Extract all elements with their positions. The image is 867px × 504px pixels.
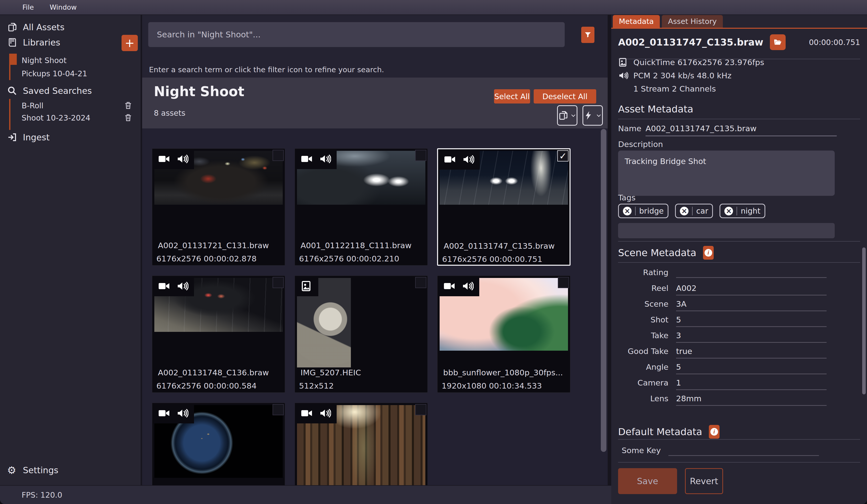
asset-card[interactable]: A001_01122118_C111.braw 6176x2576 00:00:… bbox=[295, 148, 428, 266]
speaker-icon bbox=[461, 280, 474, 292]
scene-metadata-info-button[interactable]: i bbox=[703, 246, 714, 260]
deselect-all-button[interactable]: Deselect All bbox=[534, 89, 596, 104]
description-input[interactable]: Tracking Bridge Shot bbox=[618, 151, 835, 196]
video-camera-icon bbox=[158, 280, 170, 292]
remove-tag-icon[interactable]: × bbox=[724, 207, 733, 215]
status-bar: FPS: 120.0 bbox=[0, 485, 611, 504]
sidebar-item-saved-searches[interactable]: Saved Searches bbox=[0, 84, 141, 97]
add-library-button[interactable]: + bbox=[121, 35, 138, 51]
metadata-field-row: Good Take true bbox=[618, 344, 835, 360]
search-input[interactable] bbox=[148, 22, 565, 47]
trash-icon[interactable] bbox=[124, 100, 133, 111]
asset-card[interactable] bbox=[152, 403, 285, 485]
asset-card[interactable]: IMG_5207.HEIC 512x512 bbox=[295, 276, 428, 393]
field-value-input[interactable]: 3 bbox=[676, 331, 826, 343]
asset-card[interactable]: A002_01131748_C136.braw 6176x2576 00:00:… bbox=[152, 276, 285, 393]
asset-filename: A002_01131748_C136.braw bbox=[158, 368, 269, 377]
select-checkbox[interactable] bbox=[415, 404, 426, 415]
tag-chip[interactable]: × night bbox=[719, 204, 765, 218]
chevron-down-icon bbox=[570, 112, 576, 118]
field-value-input[interactable]: 5 bbox=[676, 362, 826, 374]
copy-dropdown-button[interactable] bbox=[557, 105, 577, 126]
saved-search-name: B-Roll bbox=[22, 101, 43, 110]
lightning-icon bbox=[584, 110, 594, 120]
select-checkbox[interactable] bbox=[415, 150, 426, 161]
select-checkbox[interactable] bbox=[272, 150, 284, 161]
asset-info: 6176x2576 00:00:00.584 bbox=[156, 381, 257, 390]
sidebar-library-item[interactable]: Pickups 10-04-21 bbox=[0, 67, 141, 80]
media-type-chip bbox=[152, 403, 194, 423]
reveal-in-folder-button[interactable] bbox=[770, 34, 786, 50]
actions-dropdown-button[interactable] bbox=[582, 105, 603, 126]
scene-metadata-heading: Scene Metadata i bbox=[618, 246, 714, 260]
field-value-input[interactable]: 1 bbox=[676, 378, 826, 390]
sidebar-item-settings[interactable]: ⚙ Settings bbox=[0, 463, 141, 477]
asset-metadata-heading: Asset Metadata bbox=[618, 104, 693, 115]
select-checkbox[interactable] bbox=[558, 277, 569, 288]
field-value-input[interactable]: 3A bbox=[676, 299, 826, 311]
menu-item-window[interactable]: Window bbox=[50, 3, 76, 11]
sidebar-item-all-assets[interactable]: All Assets bbox=[0, 21, 141, 34]
select-checkbox[interactable] bbox=[415, 277, 426, 288]
video-camera-icon bbox=[301, 407, 313, 419]
field-label: Shot bbox=[618, 315, 668, 324]
tags-label: Tags bbox=[618, 193, 636, 202]
field-value-input[interactable]: A002 bbox=[676, 283, 826, 296]
field-value-input[interactable] bbox=[668, 446, 819, 456]
name-label: Name bbox=[618, 124, 641, 133]
field-label: Reel bbox=[618, 283, 668, 293]
field-value-input[interactable]: 5 bbox=[676, 315, 826, 327]
speaker-icon bbox=[319, 407, 331, 419]
filter-button[interactable] bbox=[581, 27, 595, 43]
asset-card[interactable]: ✓ A002_01131747_C135.braw 6176x2576 00:0… bbox=[437, 148, 570, 266]
sidebar-library-item[interactable]: Night Shoot bbox=[0, 54, 141, 67]
asset-card[interactable]: bbb_sunflower_1080p_30fps... 1920x1080 0… bbox=[437, 276, 570, 393]
main-scrollbar[interactable] bbox=[601, 129, 607, 452]
save-button[interactable]: Save bbox=[618, 468, 677, 494]
main-panel: Enter a search term or click the filter … bbox=[142, 15, 608, 485]
tab-metadata[interactable]: Metadata bbox=[613, 15, 660, 28]
audio-stream-detail: 1 Stream 2 Channels bbox=[633, 84, 716, 93]
sidebar-item-libraries[interactable]: Libraries bbox=[0, 36, 141, 49]
metadata-field-row: Camera 1 bbox=[618, 376, 835, 392]
video-camera-icon bbox=[443, 280, 456, 292]
add-tag-input[interactable] bbox=[618, 223, 835, 238]
remove-tag-icon[interactable]: × bbox=[680, 207, 688, 215]
asset-card[interactable]: A002_01131721_C131.braw 6176x2576 00:00:… bbox=[152, 148, 285, 266]
tag-chip[interactable]: × bridge bbox=[618, 204, 668, 218]
select-all-button[interactable]: Select All bbox=[494, 89, 530, 104]
field-value-input[interactable]: true bbox=[676, 346, 826, 358]
tab-asset-history[interactable]: Asset History bbox=[662, 15, 723, 28]
remove-tag-icon[interactable]: × bbox=[623, 207, 632, 215]
sidebar-saved-search-item[interactable]: Shoot 10-23-2024 bbox=[0, 111, 141, 124]
inspector-scrollbar[interactable] bbox=[862, 247, 866, 394]
tag-label: night bbox=[741, 206, 760, 215]
asset-filename: A001_01122118_C111.braw bbox=[301, 241, 411, 250]
trash-icon[interactable] bbox=[124, 112, 133, 123]
section-title: Asset Metadata bbox=[618, 104, 693, 115]
sidebar-item-ingest[interactable]: Ingest bbox=[0, 131, 141, 144]
sidebar-saved-search-item[interactable]: B-Roll bbox=[0, 99, 141, 112]
timecode: 00:00:00.751 bbox=[809, 38, 860, 47]
select-checkbox[interactable]: ✓ bbox=[557, 150, 568, 161]
field-value-input[interactable] bbox=[676, 268, 826, 278]
metadata-field-row: Lens 28mm bbox=[618, 392, 835, 407]
chip-divider bbox=[737, 207, 737, 215]
select-checkbox[interactable] bbox=[272, 404, 284, 415]
asset-filename: A002_01131747_C135.braw bbox=[444, 241, 555, 250]
field-value-input[interactable]: 28mm bbox=[676, 394, 826, 406]
divider bbox=[618, 241, 860, 242]
name-input[interactable]: A002_01131747_C135.braw bbox=[645, 124, 837, 136]
metadata-field-row: Reel A002 bbox=[618, 281, 835, 297]
metadata-field-row: Some Key bbox=[618, 443, 835, 459]
tab-accent-line bbox=[611, 28, 867, 29]
asset-card[interactable] bbox=[295, 403, 428, 485]
default-metadata-info-button[interactable]: i bbox=[709, 425, 719, 439]
tag-chip[interactable]: × car bbox=[675, 204, 713, 218]
menu-item-file[interactable]: File bbox=[22, 3, 34, 11]
chip-divider bbox=[635, 207, 636, 215]
video-stream-info: QuickTime 6176x2576 23.976fps bbox=[633, 58, 764, 67]
search-helper-text: Enter a search term or click the filter … bbox=[149, 65, 384, 74]
select-checkbox[interactable] bbox=[272, 277, 284, 288]
revert-button[interactable]: Revert bbox=[685, 468, 723, 494]
